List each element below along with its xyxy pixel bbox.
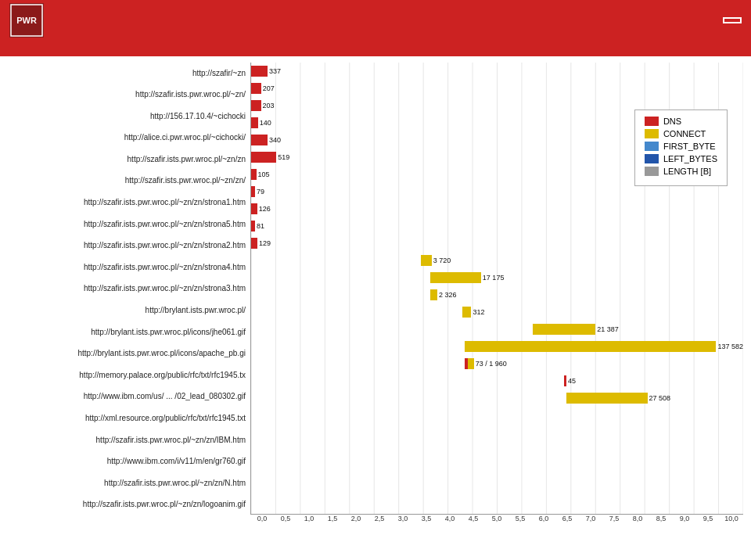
bar-value-label: 140 bbox=[260, 119, 271, 127]
connect-bar-segment bbox=[421, 255, 432, 266]
university-emblem-icon: PWR bbox=[9, 3, 44, 38]
row-label: http://156.17.10.4/~cichocki bbox=[8, 107, 250, 124]
bar-row: 45 bbox=[251, 372, 743, 389]
legend-color-swatch bbox=[645, 154, 659, 163]
connect-bar-segment bbox=[465, 341, 716, 352]
bar-row: 17 175 bbox=[251, 269, 743, 286]
legend-color-swatch bbox=[645, 167, 659, 176]
header-logo: PWR bbox=[9, 3, 52, 38]
x-tick: 1,5 bbox=[321, 515, 344, 530]
bar-value-label: 129 bbox=[259, 239, 271, 247]
dns-bar-segment bbox=[251, 66, 268, 77]
dns-bar-segment bbox=[251, 83, 261, 94]
x-tick: 7,0 bbox=[579, 515, 602, 530]
connect-bar-segment bbox=[566, 393, 648, 404]
bar-value-label: 137 582 bbox=[717, 343, 743, 350]
bar-value-label: 27 508 bbox=[649, 394, 671, 402]
row-label: http://brylant.ists.pwr.wroc.pl/icons/jh… bbox=[8, 323, 250, 340]
row-label: http://xml.resource.org/public/rfc/txt/r… bbox=[8, 410, 250, 427]
bar-value-label: 126 bbox=[259, 205, 271, 213]
connect-bar-segment bbox=[468, 358, 473, 369]
connect-bar-segment bbox=[430, 272, 480, 283]
bar-value-label: 203 bbox=[263, 102, 275, 109]
row-label: http://www.ibm.com/us/ ... /02_lead_0803… bbox=[8, 388, 250, 405]
legend-label: LEFT_BYTES bbox=[663, 154, 717, 163]
legend-item: FIRST_BYTE bbox=[645, 142, 717, 151]
row-label: http://szafir.ists.pwr.wroc.pl/~zn/zn/ bbox=[8, 172, 250, 189]
legend-color-swatch bbox=[645, 142, 659, 151]
row-label: http://szafir.ists.pwr.wroc.pl/~zn/zn/st… bbox=[8, 258, 250, 275]
x-tick: 10,0 bbox=[720, 515, 743, 530]
x-tick: 7,5 bbox=[602, 515, 626, 530]
bar-value-label: 519 bbox=[278, 153, 289, 161]
wing-badge bbox=[723, 17, 742, 23]
dns-bar-segment bbox=[251, 117, 258, 128]
x-tick: 0,5 bbox=[274, 515, 297, 530]
legend-item: CONNECT bbox=[645, 129, 717, 138]
row-label: http://szafir.ists.pwr.wroc.pl/~zn/zn/st… bbox=[8, 215, 250, 232]
bar-row: 337 bbox=[251, 63, 743, 80]
row-label: http://alice.ci.pwr.wroc.pl/~cichocki/ bbox=[8, 129, 250, 146]
x-tick: 5,0 bbox=[485, 515, 508, 530]
legend-label: CONNECT bbox=[663, 129, 706, 138]
x-axis: 0,00,51,01,52,02,53,03,54,04,55,05,56,06… bbox=[250, 515, 743, 530]
x-tick: 8,5 bbox=[649, 515, 673, 530]
dns-bar-segment bbox=[251, 169, 257, 180]
legend: DNSCONNECTFIRST_BYTELEFT_BYTESLENGTH [B] bbox=[634, 109, 728, 186]
x-tick: 4,0 bbox=[438, 515, 462, 530]
bar-value-label: 17 175 bbox=[483, 274, 505, 282]
row-label: http://szafir.ists.pwr.wroc.pl/~zn/zn bbox=[8, 150, 250, 167]
svg-text:PWR: PWR bbox=[16, 16, 37, 25]
bar-row: 137 582 bbox=[251, 338, 743, 355]
row-label: http://brylant.ists.pwr.wroc.pl/icons/ap… bbox=[8, 345, 250, 362]
x-tick: 3,5 bbox=[415, 515, 438, 530]
legend-label: LENGTH [B] bbox=[663, 167, 711, 176]
bar-row: 312 bbox=[251, 303, 743, 321]
row-label: http://szafir.ists.pwr.wroc.pl/~zn/zn/st… bbox=[8, 194, 250, 211]
row-label: http://szafir.ists.pwr.wroc.pl/~zn/zn/st… bbox=[8, 280, 250, 297]
row-label: http://szafir.ists.pwr.wroc.pl/~zn/zn/IB… bbox=[8, 431, 250, 448]
bar-value-label: 105 bbox=[258, 171, 270, 178]
legend-item: LENGTH [B] bbox=[645, 167, 717, 176]
dns-bar-segment bbox=[251, 221, 255, 232]
bar-row: 129 bbox=[251, 235, 743, 252]
legend-color-swatch bbox=[645, 117, 659, 126]
bar-row: 126 bbox=[251, 200, 743, 217]
labels-column: http://szafir/~znhttp://szafir.ists.pwr.… bbox=[8, 63, 250, 530]
title-bar bbox=[0, 41, 751, 56]
chart-area: 33720720314034051910579126811293 72017 1… bbox=[250, 63, 743, 530]
chart-body: 33720720314034051910579126811293 72017 1… bbox=[250, 63, 743, 515]
bar-row: 21 387 bbox=[251, 321, 743, 338]
x-tick: 5,5 bbox=[508, 515, 532, 530]
dns-bar-segment bbox=[251, 152, 276, 163]
bar-value-label: 337 bbox=[269, 67, 281, 75]
x-tick: 1,0 bbox=[297, 515, 321, 530]
row-label: http://szafir.ists.pwr.wroc.pl/~zn/zn/lo… bbox=[8, 496, 250, 513]
x-tick: 2,5 bbox=[368, 515, 391, 530]
x-tick: 9,0 bbox=[673, 515, 696, 530]
bar-row: 207 bbox=[251, 80, 743, 97]
x-tick: 8,0 bbox=[626, 515, 649, 530]
legend-item: DNS bbox=[645, 117, 717, 126]
dns-bar-segment bbox=[564, 375, 566, 386]
x-tick: 4,5 bbox=[462, 515, 485, 530]
bar-value-label: 79 bbox=[257, 188, 264, 196]
bar-value-label: 2 326 bbox=[439, 291, 457, 299]
dns-bar-segment bbox=[251, 238, 257, 249]
x-tick: 3,0 bbox=[391, 515, 415, 530]
bar-row: 81 bbox=[251, 217, 743, 235]
x-tick: 6,5 bbox=[555, 515, 579, 530]
bar-value-label: 207 bbox=[263, 84, 275, 92]
row-label: http://memory.palace.org/public/rfc/txt/… bbox=[8, 366, 250, 383]
bar-value-label: 340 bbox=[269, 136, 281, 144]
legend-color-swatch bbox=[645, 129, 659, 138]
row-label: http://www.ibm.com/i/v11/m/en/gr760.gif bbox=[8, 453, 250, 470]
row-label: http://szafir.ists.pwr.wroc.pl/~zn/zn/N.… bbox=[8, 474, 250, 491]
bar-value-label: 73 / 1 960 bbox=[476, 360, 507, 368]
row-label: http://brylant.ists.pwr.wroc.pl/ bbox=[8, 302, 250, 319]
x-tick: 0,0 bbox=[250, 515, 274, 530]
bar-row: 2 326 bbox=[251, 286, 743, 303]
bar-row: 73 / 1 960 bbox=[251, 355, 743, 372]
row-label: http://szafir/~zn bbox=[8, 64, 250, 81]
x-tick: 2,0 bbox=[344, 515, 368, 530]
